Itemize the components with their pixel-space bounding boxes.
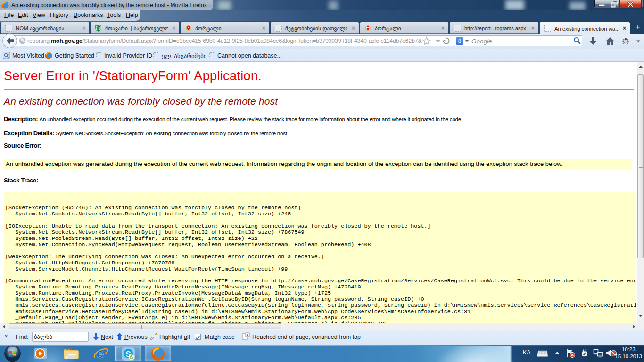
svg-text:e: e bbox=[96, 346, 104, 361]
